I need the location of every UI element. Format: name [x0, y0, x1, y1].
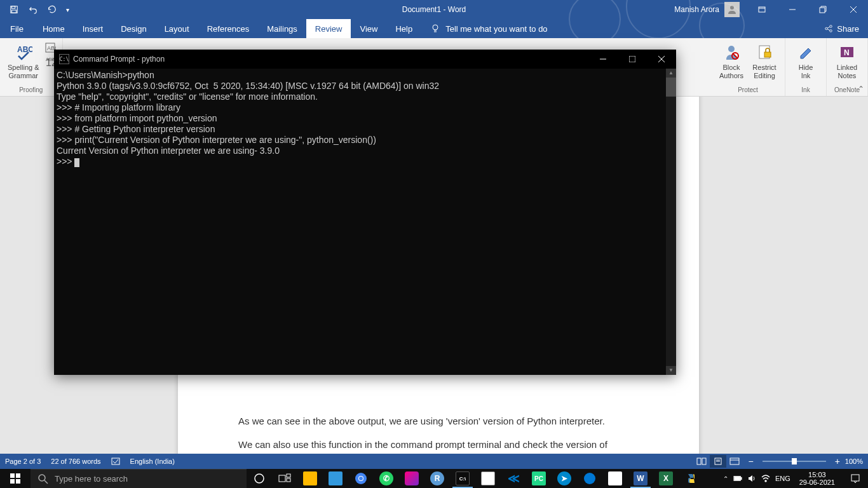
spelling-grammar-button[interactable]: ABC Spelling & Grammar	[5, 41, 42, 81]
zoom-in-icon[interactable]: +	[835, 456, 840, 466]
ink-group-label: Ink	[801, 85, 810, 95]
web-layout-icon[interactable]	[726, 455, 743, 468]
pycharm-icon[interactable]: PC	[526, 469, 552, 488]
block-authors-icon	[721, 42, 742, 62]
svg-point-48	[255, 474, 264, 483]
cortana-icon[interactable]	[247, 469, 272, 488]
user-avatar-icon[interactable]	[724, 2, 740, 17]
cmd-taskbar-icon[interactable]: C:\	[450, 469, 475, 488]
scroll-up-icon[interactable]: ▲	[666, 69, 676, 78]
windows-taskbar: Type here to search ✆ R C:\ ≪ PC ➤ W X ⌃…	[0, 469, 868, 488]
share-icon	[824, 24, 833, 33]
ribbon-tabs: File Home Insert Design Layout Reference…	[0, 19, 868, 38]
print-layout-icon[interactable]	[710, 455, 726, 468]
tab-view[interactable]: View	[351, 19, 386, 38]
svg-point-15	[830, 30, 832, 32]
cmd-maximize-icon[interactable]	[618, 50, 647, 69]
zoom-out-icon[interactable]: −	[748, 456, 753, 466]
close-icon[interactable]	[839, 0, 868, 19]
app-icon-3[interactable]	[602, 469, 628, 488]
tab-references[interactable]: References	[198, 19, 258, 38]
edge-icon[interactable]	[577, 469, 602, 488]
wifi-icon[interactable]	[761, 474, 770, 483]
svg-point-54	[359, 477, 363, 480]
word-count[interactable]: 22 of 766 words	[51, 458, 100, 465]
battery-icon[interactable]	[733, 474, 742, 483]
task-view-icon[interactable]	[272, 469, 297, 488]
svg-point-55	[584, 473, 595, 484]
ribbon-display-icon[interactable]	[747, 0, 776, 19]
show-hidden-icons[interactable]: ⌃	[723, 475, 728, 482]
svg-rect-9	[820, 8, 825, 13]
svg-rect-51	[287, 478, 290, 482]
share-button[interactable]: Share	[815, 19, 868, 38]
chrome-icon[interactable]	[348, 469, 374, 488]
cmd-close-icon[interactable]	[647, 50, 676, 69]
cmd-titlebar[interactable]: C:\ Command Prompt - python	[54, 50, 676, 69]
file-explorer-icon[interactable]	[297, 469, 323, 488]
linked-notes-label: Linked Notes	[837, 64, 857, 80]
cmd-minimize-icon[interactable]	[588, 50, 618, 69]
paragraph: As we can see in the above output, we ar…	[238, 414, 639, 429]
maximize-icon[interactable]	[808, 0, 837, 19]
cmd-window: C:\ Command Prompt - python C:\Users\Man…	[54, 50, 676, 375]
page-indicator[interactable]: Page 2 of 3	[5, 458, 41, 465]
svg-rect-39	[629, 56, 635, 62]
excel-taskbar-icon[interactable]: X	[653, 469, 679, 488]
collapse-ribbon-icon[interactable]: ⌃	[858, 85, 864, 93]
cmd-title: Command Prompt - python	[73, 55, 588, 64]
python-icon[interactable]	[679, 469, 704, 488]
restrict-editing-button[interactable]: Restrict Editing	[749, 41, 780, 81]
tab-help[interactable]: Help	[386, 19, 421, 38]
language-indicator[interactable]: ENG	[775, 475, 790, 482]
tab-layout[interactable]: Layout	[156, 19, 198, 38]
hide-ink-button[interactable]: Hide Ink	[790, 41, 821, 81]
app-icon-2[interactable]	[399, 469, 424, 488]
tab-insert[interactable]: Insert	[74, 19, 112, 38]
tab-design[interactable]: Design	[112, 19, 155, 38]
app-icon-1[interactable]	[323, 469, 348, 488]
svg-rect-36	[730, 458, 739, 464]
clock[interactable]: 15:03 29-06-2021	[796, 471, 839, 486]
tab-file[interactable]: File	[0, 19, 34, 38]
linked-notes-button[interactable]: N Linked Notes	[832, 41, 862, 81]
start-button[interactable]	[0, 469, 31, 488]
taskbar-search[interactable]: Type here to search	[31, 469, 247, 488]
svg-rect-7	[759, 7, 765, 12]
tell-me-search[interactable]: Tell me what you want to do	[421, 19, 556, 38]
spelling-icon: ABC	[13, 42, 34, 62]
tab-home[interactable]: Home	[34, 19, 74, 38]
onenote-group-label: OneNote	[834, 85, 860, 95]
redo-icon[interactable]	[43, 2, 61, 17]
tell-me-label: Tell me what you want to do	[445, 24, 547, 34]
cmd-scrollbar[interactable]: ▲ ▼	[666, 69, 676, 375]
cmd-output[interactable]: C:\Users\Manish>python Python 3.9.0 (tag…	[54, 69, 676, 375]
app-icon-r[interactable]: R	[424, 469, 450, 488]
volume-icon[interactable]	[747, 474, 756, 483]
zoom-slider[interactable]	[763, 461, 826, 462]
tab-review[interactable]: Review	[306, 19, 351, 38]
block-authors-button[interactable]: Block Authors	[716, 41, 747, 81]
vscode-icon[interactable]: ≪	[501, 469, 526, 488]
minimize-icon[interactable]	[778, 0, 807, 19]
notepad-icon[interactable]	[475, 469, 501, 488]
language-indicator[interactable]: English (India)	[130, 458, 175, 465]
save-icon[interactable]	[5, 2, 23, 17]
undo-icon[interactable]	[24, 2, 42, 17]
svg-rect-49	[279, 475, 285, 482]
customize-qat-icon[interactable]: ▾	[62, 2, 72, 17]
telegram-icon[interactable]: ➤	[552, 469, 577, 488]
whatsapp-icon[interactable]: ✆	[374, 469, 399, 488]
word-taskbar-icon[interactable]: W	[628, 469, 653, 488]
notification-center-icon[interactable]	[843, 469, 868, 488]
scroll-thumb[interactable]	[666, 78, 676, 97]
svg-line-17	[828, 29, 831, 30]
read-mode-icon[interactable]	[693, 455, 710, 468]
document-title: Document1 - Word	[402, 5, 466, 14]
zoom-level[interactable]: 100%	[845, 458, 863, 465]
spell-check-status-icon[interactable]	[111, 457, 120, 466]
tab-mailings[interactable]: Mailings	[258, 19, 306, 38]
scroll-down-icon[interactable]: ▼	[666, 366, 676, 375]
svg-rect-50	[287, 474, 290, 477]
time: 15:03	[799, 471, 835, 478]
